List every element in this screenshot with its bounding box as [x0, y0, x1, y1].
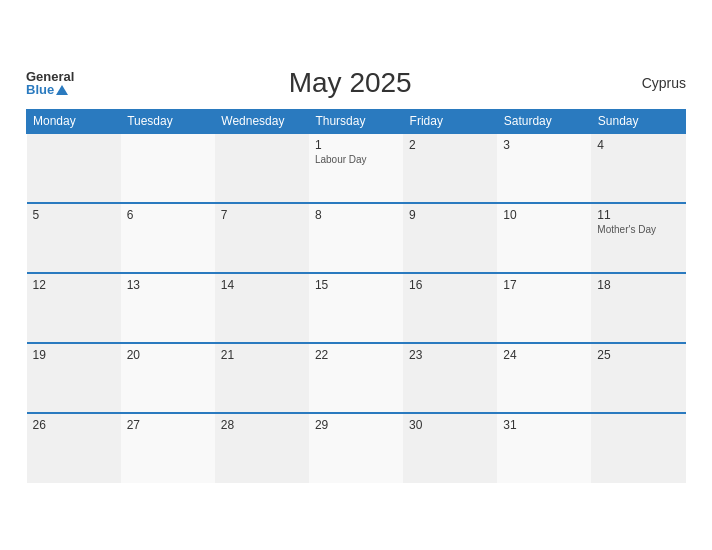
- calendar-day-cell: 21: [215, 343, 309, 413]
- calendar-wrapper: General Blue May 2025 Cyprus Monday Tues…: [11, 57, 701, 493]
- calendar-day-cell: 18: [591, 273, 685, 343]
- calendar-day-cell: 31: [497, 413, 591, 483]
- col-tuesday: Tuesday: [121, 110, 215, 134]
- day-number: 14: [221, 278, 303, 292]
- holiday-label: Labour Day: [315, 154, 397, 165]
- calendar-week-row: 1Labour Day234: [27, 133, 686, 203]
- col-friday: Friday: [403, 110, 497, 134]
- day-number: 1: [315, 138, 397, 152]
- calendar-day-cell: 26: [27, 413, 121, 483]
- country-label: Cyprus: [626, 75, 686, 91]
- calendar-day-cell: [591, 413, 685, 483]
- calendar-week-row: 19202122232425: [27, 343, 686, 413]
- day-number: 24: [503, 348, 585, 362]
- calendar-day-cell: 7: [215, 203, 309, 273]
- day-number: 25: [597, 348, 679, 362]
- col-monday: Monday: [27, 110, 121, 134]
- day-number: 13: [127, 278, 209, 292]
- calendar-day-cell: 14: [215, 273, 309, 343]
- calendar-day-cell: 23: [403, 343, 497, 413]
- calendar-day-cell: 29: [309, 413, 403, 483]
- calendar-day-cell: [27, 133, 121, 203]
- calendar-day-cell: 15: [309, 273, 403, 343]
- calendar-header-row: Monday Tuesday Wednesday Thursday Friday…: [27, 110, 686, 134]
- day-number: 22: [315, 348, 397, 362]
- col-thursday: Thursday: [309, 110, 403, 134]
- calendar-day-cell: 28: [215, 413, 309, 483]
- logo-blue-text: Blue: [26, 83, 54, 96]
- day-number: 8: [315, 208, 397, 222]
- calendar-body: 1Labour Day234567891011Mother's Day12131…: [27, 133, 686, 483]
- day-number: 23: [409, 348, 491, 362]
- day-number: 28: [221, 418, 303, 432]
- calendar-day-cell: 8: [309, 203, 403, 273]
- day-number: 15: [315, 278, 397, 292]
- calendar-day-cell: 9: [403, 203, 497, 273]
- calendar-day-cell: 25: [591, 343, 685, 413]
- calendar-day-cell: 5: [27, 203, 121, 273]
- calendar-day-cell: 19: [27, 343, 121, 413]
- calendar-day-cell: 1Labour Day: [309, 133, 403, 203]
- calendar-day-cell: 27: [121, 413, 215, 483]
- calendar-day-cell: 2: [403, 133, 497, 203]
- calendar-day-cell: [121, 133, 215, 203]
- day-number: 16: [409, 278, 491, 292]
- calendar-week-row: 262728293031: [27, 413, 686, 483]
- calendar-day-cell: 10: [497, 203, 591, 273]
- calendar-day-cell: 4: [591, 133, 685, 203]
- day-number: 26: [33, 418, 115, 432]
- calendar-day-cell: 6: [121, 203, 215, 273]
- calendar-week-row: 567891011Mother's Day: [27, 203, 686, 273]
- calendar-day-cell: 22: [309, 343, 403, 413]
- day-number: 5: [33, 208, 115, 222]
- day-number: 19: [33, 348, 115, 362]
- calendar-week-row: 12131415161718: [27, 273, 686, 343]
- day-number: 30: [409, 418, 491, 432]
- day-number: 18: [597, 278, 679, 292]
- day-number: 29: [315, 418, 397, 432]
- day-number: 10: [503, 208, 585, 222]
- calendar-day-cell: 13: [121, 273, 215, 343]
- calendar-day-cell: 24: [497, 343, 591, 413]
- calendar-day-cell: 30: [403, 413, 497, 483]
- col-wednesday: Wednesday: [215, 110, 309, 134]
- logo: General Blue: [26, 70, 74, 96]
- day-number: 17: [503, 278, 585, 292]
- calendar-thead: Monday Tuesday Wednesday Thursday Friday…: [27, 110, 686, 134]
- logo-triangle-icon: [56, 85, 68, 95]
- day-number: 27: [127, 418, 209, 432]
- day-number: 4: [597, 138, 679, 152]
- calendar-day-cell: 16: [403, 273, 497, 343]
- col-sunday: Sunday: [591, 110, 685, 134]
- day-number: 2: [409, 138, 491, 152]
- holiday-label: Mother's Day: [597, 224, 679, 235]
- day-number: 11: [597, 208, 679, 222]
- day-number: 6: [127, 208, 209, 222]
- calendar-day-cell: [215, 133, 309, 203]
- calendar-day-cell: 11Mother's Day: [591, 203, 685, 273]
- day-number: 3: [503, 138, 585, 152]
- calendar-day-cell: 17: [497, 273, 591, 343]
- day-number: 7: [221, 208, 303, 222]
- day-number: 21: [221, 348, 303, 362]
- day-number: 20: [127, 348, 209, 362]
- day-number: 12: [33, 278, 115, 292]
- calendar-title: May 2025: [74, 67, 626, 99]
- calendar-day-cell: 12: [27, 273, 121, 343]
- day-number: 9: [409, 208, 491, 222]
- day-number: 31: [503, 418, 585, 432]
- calendar-day-cell: 20: [121, 343, 215, 413]
- col-saturday: Saturday: [497, 110, 591, 134]
- calendar-header: General Blue May 2025 Cyprus: [26, 67, 686, 99]
- calendar-table: Monday Tuesday Wednesday Thursday Friday…: [26, 109, 686, 483]
- calendar-day-cell: 3: [497, 133, 591, 203]
